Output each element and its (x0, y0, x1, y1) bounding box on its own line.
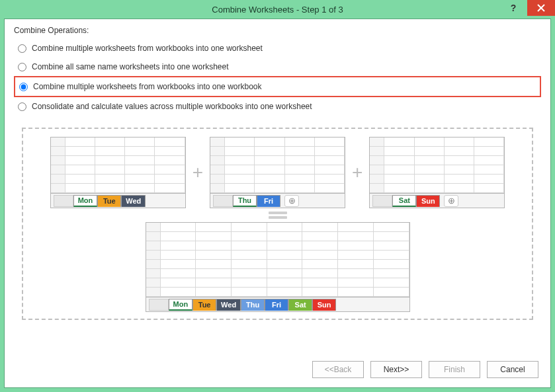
window-title: Combine Worksheets - Step 1 of 3 (212, 5, 343, 15)
sheet-tab-wed: Wed (216, 299, 241, 311)
sheet-tab-sat: Sat (288, 299, 312, 311)
add-sheet-icon: ⊕ (444, 195, 458, 207)
section-label: Combine Operations: (5, 19, 550, 39)
tab-scroll (149, 299, 169, 311)
workbook-1: Mon Tue Wed (50, 137, 186, 208)
radio-input[interactable] (18, 102, 26, 111)
radio-label: Consolidate and calculate values across … (32, 102, 312, 111)
sheet-tab-fri: Fri (265, 299, 288, 311)
plus-icon: + (352, 162, 363, 183)
tab-scroll (372, 195, 392, 207)
next-button[interactable]: Next>> (370, 361, 422, 378)
sheet-tab-mon: Mon (73, 195, 98, 207)
back-button: <<Back (312, 361, 364, 378)
diagram-top-row: Mon Tue Wed + (28, 137, 527, 208)
sheet-tab-wed: Wed (121, 195, 146, 207)
workbook-result: Mon Tue Wed Thu Fri Sat Sun (146, 222, 410, 312)
radio-label: Combine multiple worksheets from workboo… (32, 44, 263, 53)
sheet-tab-sun: Sun (312, 299, 336, 311)
dialog-content: Combine Operations: Combine multiple wor… (4, 19, 551, 388)
radio-input[interactable] (18, 63, 26, 71)
wizard-buttons: <<Back Next>> Finish Cancel (312, 361, 538, 378)
workbook-2: Thu Fri ⊕ (210, 137, 345, 208)
sheet-tab-tue: Tue (97, 195, 121, 207)
finish-button: Finish (429, 361, 480, 378)
equals-icon (269, 210, 287, 221)
workbook-3: Sat Sun ⊕ (369, 137, 505, 208)
sheet-tab-tue: Tue (192, 299, 216, 311)
sheet-tab-mon: Mon (169, 299, 193, 311)
radio-label: Combine multiple worksheets from workboo… (33, 82, 262, 91)
cancel-button[interactable]: Cancel (487, 361, 538, 378)
sheet-tab-fri: Fri (257, 195, 280, 207)
diagram-bottom-row: Mon Tue Wed Thu Fri Sat Sun (28, 222, 527, 312)
tab-scroll (54, 195, 73, 207)
sheet-tab-thu: Thu (241, 299, 265, 311)
close-icon[interactable] (527, 0, 555, 16)
sheet-tab-sat: Sat (392, 195, 416, 207)
option-consolidate-calculate[interactable]: Consolidate and calculate values across … (14, 97, 541, 116)
add-sheet-icon: ⊕ (284, 195, 299, 207)
help-icon[interactable]: ? (499, 0, 527, 16)
radio-input[interactable] (19, 83, 28, 91)
titlebar: Combine Worksheets - Step 1 of 3 ? (0, 0, 555, 19)
dialog-window: Combine Worksheets - Step 1 of 3 ? Combi… (0, 0, 555, 392)
diagram-area: Mon Tue Wed + (22, 128, 533, 320)
sheet-tab-thu: Thu (233, 195, 257, 207)
option-combine-into-one-workbook[interactable]: Combine multiple worksheets from workboo… (14, 76, 541, 97)
option-combine-into-one-worksheet[interactable]: Combine multiple worksheets from workboo… (14, 39, 541, 58)
plus-icon: + (192, 162, 203, 183)
sheet-tab-sun: Sun (416, 195, 440, 207)
tab-scroll (213, 195, 233, 207)
combine-operations-group: Combine multiple worksheets from workboo… (5, 39, 550, 116)
radio-label: Combine all same name worksheets into on… (32, 62, 228, 71)
option-combine-same-name[interactable]: Combine all same name worksheets into on… (14, 58, 541, 76)
radio-input[interactable] (18, 44, 26, 53)
